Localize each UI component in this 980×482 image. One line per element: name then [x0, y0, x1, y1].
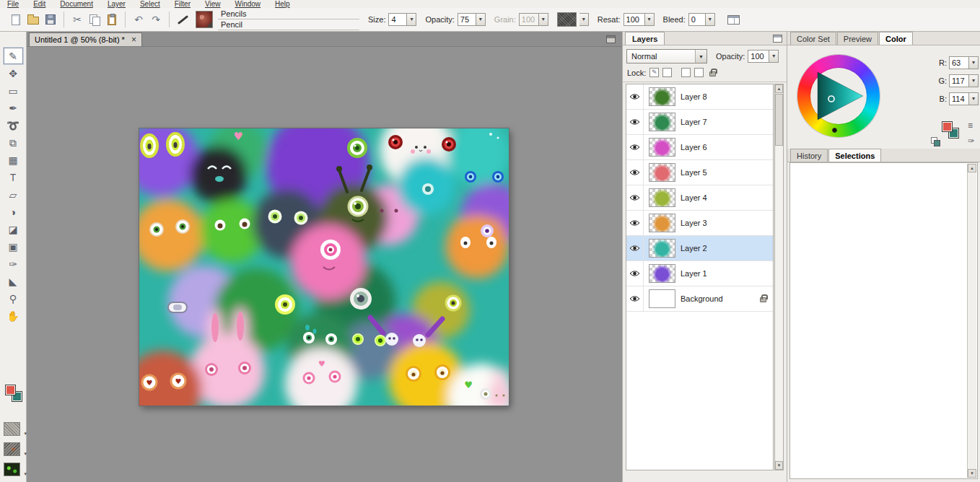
- menu-view[interactable]: View: [205, 0, 221, 8]
- layer-row-layer-8[interactable]: Layer 8: [626, 84, 773, 110]
- menu-select[interactable]: Select: [140, 0, 160, 8]
- brush-stroke-button[interactable]: [174, 11, 191, 28]
- layer-visibility-toggle[interactable]: [626, 135, 644, 159]
- main-color-swatch[interactable]: [942, 121, 953, 132]
- layer-row-layer-5[interactable]: Layer 5: [626, 160, 773, 185]
- size-spinner[interactable]: [407, 13, 416, 26]
- brush-selector[interactable]: [196, 11, 213, 28]
- layer-visibility-toggle[interactable]: [626, 84, 644, 109]
- opacity-input[interactable]: [458, 13, 476, 26]
- tab-layers[interactable]: Layers: [625, 32, 665, 45]
- layer-list-scrollbar[interactable]: [774, 84, 784, 470]
- shape-tool[interactable]: ▱: [4, 186, 23, 203]
- layer-row-layer-6[interactable]: Layer 6: [626, 135, 773, 160]
- color-sliders-icon[interactable]: ≡: [968, 121, 973, 130]
- lock-paint-checkbox[interactable]: ✎: [649, 68, 659, 77]
- tab-preview[interactable]: Preview: [837, 32, 878, 45]
- hue-marker-dot[interactable]: [832, 128, 837, 133]
- resat-input[interactable]: [624, 13, 645, 26]
- pen-tool[interactable]: ✒: [4, 100, 23, 116]
- eraser-tool[interactable]: ◪: [4, 221, 23, 237]
- red-value-input[interactable]: [949, 56, 969, 69]
- redo-button[interactable]: ↷: [147, 11, 165, 28]
- paper-selector[interactable]: [4, 422, 20, 436]
- pattern-selector[interactable]: [4, 463, 20, 476]
- menu-filter[interactable]: Filter: [175, 0, 191, 8]
- paste-button[interactable]: [103, 11, 121, 28]
- scroll-down-arrow-icon[interactable]: [968, 469, 976, 478]
- panel-menu-icon[interactable]: [773, 35, 782, 43]
- layer-visibility-toggle[interactable]: [626, 236, 644, 260]
- scroll-down-arrow-icon[interactable]: [775, 461, 783, 470]
- scroll-up-arrow-icon[interactable]: [775, 84, 783, 93]
- tab-selections[interactable]: Selections: [828, 149, 881, 162]
- tab-close-icon[interactable]: ×: [131, 36, 136, 43]
- layer-visibility-toggle[interactable]: [626, 160, 644, 185]
- menu-document[interactable]: Document: [60, 0, 93, 8]
- green-value-input[interactable]: [949, 74, 969, 87]
- copy-button[interactable]: [86, 11, 103, 28]
- gradient-selector[interactable]: [4, 442, 20, 456]
- foreground-color-swatch[interactable]: [5, 385, 16, 395]
- tab-history[interactable]: History: [790, 149, 828, 162]
- layer-row-layer-3[interactable]: Layer 3: [626, 211, 773, 236]
- grabber-hand-tool[interactable]: ✋: [4, 307, 23, 324]
- swap-colors-icon[interactable]: [931, 137, 937, 144]
- layer-visibility-toggle[interactable]: [626, 261, 644, 286]
- size-input[interactable]: [388, 13, 407, 26]
- layer-row-background[interactable]: Background: [626, 286, 773, 312]
- bleed-input[interactable]: [688, 13, 706, 26]
- brush-variant-label[interactable]: Pencil: [218, 19, 359, 30]
- menu-edit[interactable]: Edit: [33, 0, 45, 8]
- document-tab[interactable]: Untitled 1 @ 50% (8-bit) * ×: [29, 32, 142, 46]
- lasso-tool[interactable]: ➰: [4, 117, 23, 133]
- gradient-tool[interactable]: ◑: [4, 203, 23, 220]
- advanced-controls-button[interactable]: [725, 11, 743, 28]
- save-button[interactable]: [42, 11, 59, 28]
- scroll-up-arrow-icon[interactable]: [968, 164, 976, 172]
- layer-visibility-toggle[interactable]: [626, 110, 644, 134]
- layer-visibility-toggle[interactable]: [626, 211, 644, 235]
- menu-file[interactable]: File: [7, 0, 19, 8]
- layer-adjuster-tool[interactable]: ✥: [4, 65, 23, 82]
- blend-mode-select[interactable]: Normal: [626, 49, 707, 63]
- brush-category-label[interactable]: Pencils: [218, 9, 359, 19]
- menu-help[interactable]: Help: [275, 0, 290, 8]
- layer-visibility-toggle[interactable]: [626, 185, 644, 210]
- text-tool[interactable]: T: [4, 169, 23, 185]
- layer-row-layer-7[interactable]: Layer 7: [626, 110, 773, 135]
- paper-texture-swatch[interactable]: [557, 12, 577, 27]
- eyedropper-icon[interactable]: ✑: [968, 137, 974, 145]
- lock-all-checkbox[interactable]: [694, 68, 704, 77]
- green-spinner[interactable]: [969, 74, 979, 87]
- menu-layer[interactable]: Layer: [108, 0, 126, 8]
- stamp-tool[interactable]: ▣: [4, 238, 23, 255]
- lock-fill-checkbox[interactable]: [681, 68, 691, 77]
- magnifier-tool[interactable]: ⚲: [4, 290, 23, 307]
- layer-row-layer-2[interactable]: Layer 2: [626, 236, 773, 261]
- layer-opacity-spinner[interactable]: [769, 50, 779, 63]
- blue-spinner[interactable]: [969, 92, 979, 105]
- tab-color-set[interactable]: Color Set: [790, 32, 836, 45]
- blue-value-input[interactable]: [949, 92, 969, 105]
- rect-select-tool[interactable]: ▭: [4, 82, 23, 99]
- layer-row-layer-1[interactable]: Layer 1: [626, 261, 773, 286]
- resat-spinner[interactable]: [645, 13, 655, 26]
- bleed-spinner[interactable]: [706, 13, 715, 26]
- tab-color[interactable]: Color: [879, 32, 913, 45]
- canvas[interactable]: ♥: [139, 128, 509, 406]
- saturation-value-triangle[interactable]: [810, 67, 867, 125]
- grid-tool[interactable]: ▦: [4, 152, 23, 168]
- opacity-spinner[interactable]: [476, 13, 486, 26]
- red-spinner[interactable]: [969, 56, 979, 69]
- scrollbar-thumb[interactable]: [775, 94, 783, 146]
- dropper-tool[interactable]: ✑: [4, 255, 23, 272]
- new-document-button[interactable]: [7, 11, 25, 28]
- window-restore-icon[interactable]: [606, 35, 616, 43]
- selections-scrollbar[interactable]: [967, 164, 976, 478]
- layer-opacity-input[interactable]: [748, 50, 769, 63]
- layer-visibility-toggle[interactable]: [626, 286, 644, 311]
- layer-row-layer-4[interactable]: Layer 4: [626, 185, 773, 211]
- paper-texture-dropdown[interactable]: [579, 13, 589, 26]
- brush-tool[interactable]: ✎: [4, 48, 23, 64]
